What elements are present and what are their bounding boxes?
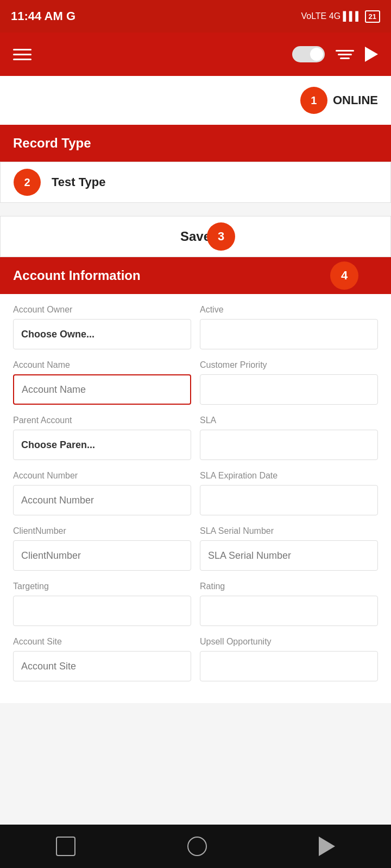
row-site-upsell: Account Site Upsell Opportunity	[13, 637, 378, 681]
account-info-title: Account Information	[13, 268, 141, 283]
customer-priority-label: Customer Priority	[200, 360, 378, 370]
account-site-input[interactable]	[13, 651, 191, 681]
play-button[interactable]	[365, 47, 378, 62]
account-number-label: Account Number	[13, 471, 191, 481]
row-number-sladate: Account Number SLA Expiration Date	[13, 471, 378, 515]
col-parent-account: Parent Account Choose Paren...	[13, 416, 191, 460]
account-info-header: Account Information 4	[0, 257, 391, 294]
sla-input[interactable]	[200, 430, 378, 460]
row-targeting-rating: Targeting Rating	[13, 582, 378, 626]
row-name-priority: Account Name Customer Priority	[13, 360, 378, 405]
sla-serial-input[interactable]	[200, 540, 378, 571]
save-row[interactable]: Save 3	[0, 216, 391, 257]
active-input[interactable]	[200, 319, 378, 349]
status-icons: VoLTE 4G ▌▌▌ 21	[301, 10, 380, 23]
nav-right-controls	[292, 46, 378, 62]
account-owner-label: Account Owner	[13, 305, 191, 315]
row-owner-active: Account Owner Choose Owne... Active	[13, 305, 378, 349]
col-upsell-opportunity: Upsell Opportunity	[200, 637, 378, 681]
account-name-label: Account Name	[13, 360, 191, 370]
sla-expiration-input[interactable]	[200, 485, 378, 515]
step-3-badge: 3	[207, 222, 235, 251]
upsell-label: Upsell Opportunity	[200, 637, 378, 647]
parent-account-label: Parent Account	[13, 416, 191, 425]
col-rating: Rating	[200, 582, 378, 626]
col-active: Active	[200, 305, 378, 349]
col-client-number: ClientNumber	[13, 526, 191, 571]
col-customer-priority: Customer Priority	[200, 360, 378, 405]
account-name-input[interactable]	[13, 374, 191, 405]
targeting-input[interactable]	[13, 596, 191, 626]
battery-icon: 21	[365, 10, 380, 23]
form-content: Account Owner Choose Owne... Active Acco…	[0, 294, 391, 703]
online-badge: 1 ONLINE	[300, 87, 378, 114]
status-bar: 11:44 AM G VoLTE 4G ▌▌▌ 21	[0, 0, 391, 33]
col-sla-serial: SLA Serial Number	[200, 526, 378, 571]
online-badge-number: 1	[300, 87, 327, 114]
status-time: 11:44 AM G	[11, 9, 75, 23]
sla-label: SLA	[200, 416, 378, 425]
col-sla: SLA	[200, 416, 378, 460]
filter-icon[interactable]	[336, 50, 354, 59]
square-nav-button[interactable]	[56, 837, 75, 856]
rating-label: Rating	[200, 582, 378, 591]
online-area: 1 ONLINE	[0, 76, 391, 125]
col-account-owner: Account Owner Choose Owne...	[13, 305, 191, 349]
parent-account-btn[interactable]: Choose Paren...	[13, 430, 191, 460]
step-4-badge: 4	[330, 261, 358, 290]
record-type-value: Test Type	[52, 175, 105, 189]
active-label: Active	[200, 305, 378, 315]
bottom-nav	[0, 825, 391, 868]
signal-icon: VoLTE 4G ▌▌▌	[301, 11, 361, 21]
targeting-label: Targeting	[13, 582, 191, 591]
nav-bar	[0, 33, 391, 76]
step-2-badge: 2	[14, 169, 41, 196]
customer-priority-input[interactable]	[200, 374, 378, 405]
account-owner-btn[interactable]: Choose Owne...	[13, 319, 191, 349]
col-account-site: Account Site	[13, 637, 191, 681]
client-number-label: ClientNumber	[13, 526, 191, 536]
col-targeting: Targeting	[13, 582, 191, 626]
col-account-number: Account Number	[13, 471, 191, 515]
client-number-input[interactable]	[13, 540, 191, 571]
col-sla-expiration: SLA Expiration Date	[200, 471, 378, 515]
online-status-label: ONLINE	[333, 93, 378, 107]
upsell-input[interactable]	[200, 651, 378, 681]
rating-input[interactable]	[200, 596, 378, 626]
back-nav-button[interactable]	[319, 837, 335, 856]
row-client-slaserial: ClientNumber SLA Serial Number	[13, 526, 378, 571]
row-parent-sla: Parent Account Choose Paren... SLA	[13, 416, 378, 460]
spacer-1	[0, 203, 391, 216]
record-type-header: Record Type	[0, 125, 391, 162]
hamburger-menu[interactable]	[13, 49, 31, 60]
record-type-row[interactable]: 2 Test Type	[0, 162, 391, 203]
account-site-label: Account Site	[13, 637, 191, 647]
col-account-name: Account Name	[13, 360, 191, 405]
sla-serial-label: SLA Serial Number	[200, 526, 378, 536]
toggle-switch[interactable]	[292, 46, 325, 62]
sla-expiration-label: SLA Expiration Date	[200, 471, 378, 481]
save-label: Save	[180, 229, 211, 244]
account-number-input[interactable]	[13, 485, 191, 515]
circle-nav-button[interactable]	[187, 837, 207, 856]
